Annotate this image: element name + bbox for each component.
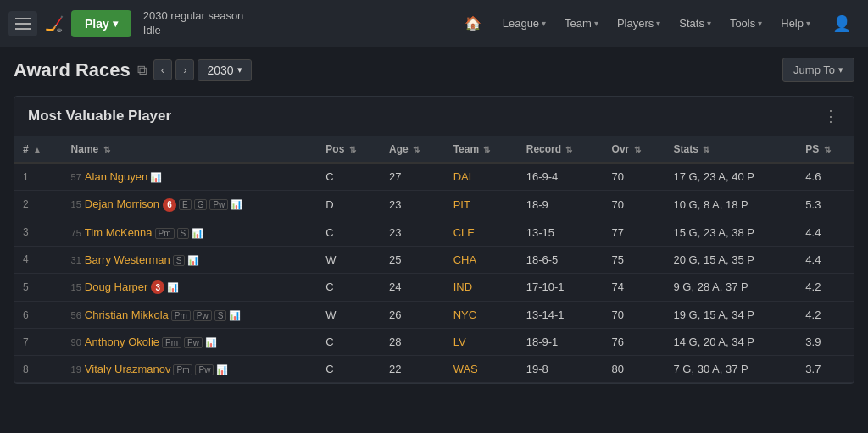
league-menu[interactable]: League [494,10,554,36]
col-rank[interactable]: # ▲ [14,136,63,163]
col-ovr[interactable]: Ovr ⇅ [604,136,665,163]
cell-age: 23 [381,191,445,219]
team-link[interactable]: CLE [453,226,475,239]
cell-team: DAL [445,163,518,191]
player-name-link[interactable]: Alan Nguyen [85,170,147,183]
player-tag: Pw [184,337,203,348]
player-name-link[interactable]: Dejan Morrison [85,197,159,210]
page-nav: ‹ › 2030 [153,59,252,81]
stats-chart-icon[interactable]: 📊 [231,199,242,209]
team-link[interactable]: LV [453,336,466,348]
jump-to-button[interactable]: Jump To [782,58,854,82]
cell-stats: 14 G, 20 A, 34 P [665,329,798,356]
help-menu[interactable]: Help [772,10,819,36]
home-link[interactable]: 🏠 [456,8,492,38]
player-tag: Pm [171,310,191,321]
cell-rank: 7 [14,329,63,356]
prev-year-button[interactable]: ‹ [153,59,172,80]
stats-menu[interactable]: Stats [670,10,720,36]
cell-ovr: 70 [604,163,665,191]
cell-pos: C [317,163,381,191]
table-row: 157Alan Nguyen📊C27DAL16-9-47017 G, 23 A,… [14,163,854,191]
tools-menu[interactable]: Tools [721,10,771,36]
stats-chart-icon[interactable]: 📊 [167,282,179,292]
cell-record: 18-6-5 [518,246,604,273]
stats-chart-icon[interactable]: 📊 [192,228,203,238]
cell-ps: 4.6 [797,163,854,191]
cell-team: CLE [445,219,518,246]
cell-rank: 3 [14,219,63,246]
cell-stats: 17 G, 23 A, 40 P [665,163,798,191]
user-icon[interactable]: 👤 [824,8,860,40]
section-title: Most Valuable Player [28,108,171,125]
cell-ps: 4.4 [797,219,854,246]
player-name-link[interactable]: Tim McKenna [85,226,153,239]
cell-pos: C [317,219,381,246]
cell-rank: 1 [14,163,63,191]
jersey-number: 15 [71,282,81,292]
cell-age: 24 [381,273,445,302]
col-team[interactable]: Team ⇅ [445,136,518,163]
table-row: 215Dejan Morrison6EGPw📊D23PIT18-97010 G,… [14,191,854,219]
player-tag: S [173,255,186,266]
col-name[interactable]: Name ⇅ [63,136,318,163]
cell-stats: 20 G, 15 A, 35 P [665,246,798,273]
cell-team: IND [445,273,518,302]
team-link[interactable]: DAL [453,170,475,183]
table-row: 431Barry WestermanS📊W25CHA18-6-57520 G, … [14,246,854,273]
export-icon[interactable]: ⧉ [137,63,147,78]
col-record[interactable]: Record ⇅ [518,136,604,163]
section-menu-button[interactable]: ⋮ [823,107,840,125]
cell-record: 16-9-4 [518,163,604,191]
player-name-link[interactable]: Anthony Okolie [85,336,159,348]
year-selector[interactable]: 2030 [198,59,251,81]
cell-name: 90Anthony OkoliePmPw📊 [63,329,318,356]
stats-chart-icon[interactable]: 📊 [205,337,217,347]
stats-chart-icon[interactable]: 📊 [229,310,241,320]
stats-chart-icon[interactable]: 📊 [187,255,199,265]
cell-name: 57Alan Nguyen📊 [63,163,318,191]
season-info: 2030 regular season Idle [143,9,244,38]
nav-links: 🏠 League Team Players Stats Tools Help [456,8,819,38]
cell-age: 28 [381,329,445,356]
team-link[interactable]: WAS [453,363,478,375]
cell-age: 26 [381,302,445,329]
team-link[interactable]: CHA [453,253,476,266]
player-tag: G [194,199,208,210]
cell-ps: 4.2 [797,302,854,329]
col-pos[interactable]: Pos ⇅ [317,136,381,163]
next-year-button[interactable]: › [175,59,194,80]
player-name-link[interactable]: Christian Mikkola [85,308,169,321]
team-link[interactable]: PIT [453,198,470,211]
col-stats[interactable]: Stats ⇅ [665,136,798,163]
team-menu[interactable]: Team [556,10,607,36]
cell-age: 27 [381,163,445,191]
cell-name: 15Dejan Morrison6EGPw📊 [63,191,318,219]
cell-ovr: 75 [604,246,665,273]
col-ps[interactable]: PS ⇅ [797,136,854,163]
cell-ps: 4.4 [797,246,854,273]
cell-team: NYC [445,302,518,329]
cell-pos: C [317,273,381,302]
stats-chart-icon[interactable]: 📊 [150,172,162,182]
players-menu[interactable]: Players [609,10,669,36]
mvp-section: Most Valuable Player ⋮ # ▲ Name ⇅ Pos ⇅ … [14,96,854,384]
col-age[interactable]: Age ⇅ [381,136,445,163]
hamburger-button[interactable] [8,11,37,36]
play-button[interactable]: Play [71,10,131,37]
player-name-link[interactable]: Barry Westerman [85,253,170,266]
cell-record: 17-10-1 [518,273,604,302]
cell-record: 13-15 [518,219,604,246]
cell-name: 31Barry WestermanS📊 [63,246,318,273]
cell-ovr: 74 [604,273,665,302]
jersey-number: 31 [71,255,81,265]
cell-age: 22 [381,356,445,383]
cell-stats: 9 G, 28 A, 37 P [665,273,798,302]
stats-chart-icon[interactable]: 📊 [216,364,228,375]
team-link[interactable]: NYC [453,308,476,321]
player-name-link[interactable]: Doug Harper [85,280,147,293]
cell-ps: 5.3 [797,191,854,219]
cell-name: 15Doug Harper3📊 [63,273,318,302]
player-name-link[interactable]: Vitaly Urazmanov [85,363,171,375]
team-link[interactable]: IND [453,280,472,293]
